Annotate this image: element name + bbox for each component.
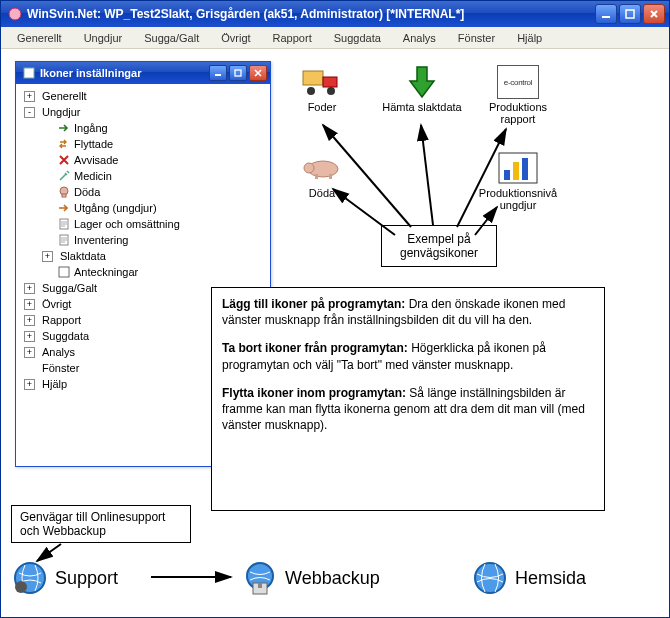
maximize-button[interactable] [619,4,641,24]
tree-expander[interactable]: + [24,283,35,294]
svg-rect-10 [59,267,69,277]
window-title: WinSvin.Net: WP_Test2Slakt, Grisgården (… [27,7,595,21]
tree-node[interactable]: Medicin [22,168,268,184]
tree-node[interactable]: Utgång (ungdjur) [22,200,268,216]
tree-node-label: Generellt [42,88,87,104]
shortcut-prodniva-l1: Produktionsnivå [463,187,573,199]
tree-expander[interactable]: + [24,315,35,326]
icon-settings-maximize[interactable] [229,65,247,81]
menu-sugga-galt[interactable]: Sugga/Galt [134,29,209,47]
svg-rect-4 [215,74,221,76]
menu-suggdata[interactable]: Suggdata [324,29,391,47]
svg-rect-18 [329,174,332,179]
tree-node-label: Ungdjur [42,104,81,120]
svg-point-13 [307,87,315,95]
hemsida-globe-icon [471,559,509,597]
tree-node-label: Övrigt [42,296,71,312]
tree-node-label: Ingång [74,120,108,136]
shortcut-foder-label: Foder [277,101,367,113]
bottom-support-label: Support [55,568,118,589]
shortcut-doda[interactable]: Döda [277,151,367,199]
menu-fonster[interactable]: Fönster [448,29,505,47]
svg-rect-11 [303,71,323,85]
icon-settings-minimize[interactable] [209,65,227,81]
tree-expander[interactable]: + [24,299,35,310]
callout-online-l1: Genvägar till Onlinesupport [20,510,182,524]
shortcut-doda-label: Döda [277,187,367,199]
bottom-webbackup[interactable]: Webbackup [241,559,380,597]
app-window: WinSvin.Net: WP_Test2Slakt, Grisgården (… [0,0,670,618]
svg-rect-22 [522,158,528,180]
shortcut-produktionsrapport[interactable]: e-control Produktions rapport [473,65,563,125]
tree-node[interactable]: Anteckningar [22,264,268,280]
tree-node[interactable]: Lager och omsättning [22,216,268,232]
content-area: t® ge Ikoner inställningar +Generellt-Un… [1,49,669,617]
tree-node-label: Inventering [74,232,128,248]
icon-settings-titlebar: Ikoner inställningar [16,62,270,84]
shortcut-hamta-label: Hämta slaktdata [377,101,467,113]
menu-generellt[interactable]: Generellt [7,29,72,47]
shortcut-foder[interactable]: Foder [277,65,367,113]
svg-point-24 [15,581,27,593]
menu-ungdjur[interactable]: Ungdjur [74,29,133,47]
tree-node-label: Suggdata [42,328,89,344]
menu-ovrigt[interactable]: Övrigt [211,29,260,47]
tree-node-label: Anteckningar [74,264,138,280]
svg-rect-27 [258,583,262,588]
tree-expander[interactable]: + [24,331,35,342]
tree-node-label: Hjälp [42,376,67,392]
icon-settings-close[interactable] [249,65,267,81]
shortcut-produktionsniva[interactable]: Produktionsnivå ungdjur [463,151,573,211]
tree-node[interactable]: +Generellt [22,88,268,104]
menu-rapport[interactable]: Rapport [263,29,322,47]
tree-expander[interactable]: + [42,251,53,262]
tree-node[interactable]: Avvisade [22,152,268,168]
help-p1-bold: Lägg till ikoner på programytan: [222,297,405,311]
minimize-button[interactable] [595,4,617,24]
tree-node-label: Döda [74,184,100,200]
tree-node[interactable]: -Ungdjur [22,104,268,120]
tree-node[interactable]: Döda [22,184,268,200]
app-icon [7,6,23,22]
callout-online-l2: och Webbackup [20,524,182,538]
shortcut-prodrapport-l2: rapport [473,113,563,125]
checkbox-icon [57,265,71,279]
tree-node-label: Medicin [74,168,112,184]
bottom-support[interactable]: Support [11,559,118,597]
tree-node[interactable]: Flyttade [22,136,268,152]
tree-expander[interactable]: + [24,91,35,102]
truck-icon [301,65,343,99]
econtrol-icon: e-control [497,65,539,99]
svg-point-16 [304,163,314,173]
menu-hjalp[interactable]: Hjälp [507,29,552,47]
callout-example-l1: Exempel på [392,232,486,246]
svg-rect-12 [323,77,337,87]
svg-rect-7 [62,194,66,197]
tree-node-label: Flyttade [74,136,113,152]
close-button[interactable] [643,4,665,24]
svg-rect-2 [626,10,634,18]
tree-expander[interactable]: - [24,107,35,118]
svg-rect-21 [513,162,519,180]
doc-icon [57,217,71,231]
svg-point-0 [9,8,21,20]
bottom-hemsida[interactable]: Hemsida [471,559,586,597]
tree-node[interactable]: Inventering [22,232,268,248]
tree-expander[interactable]: + [24,379,35,390]
tree-node[interactable]: +Slaktdata [22,248,268,264]
bottom-webbackup-label: Webbackup [285,568,380,589]
svg-rect-1 [602,16,610,18]
econtrol-label: e-control [497,65,539,99]
download-arrow-icon [401,65,443,99]
shortcut-prodrapport-l1: Produktions [473,101,563,113]
help-text-box: Lägg till ikoner på programytan: Dra den… [211,287,605,511]
tree-node-label: Utgång (ungdjur) [74,200,157,216]
tree-node-label: Sugga/Galt [42,280,97,296]
menu-analys[interactable]: Analys [393,29,446,47]
shortcut-hamta-slaktdata[interactable]: Hämta slaktdata [377,65,467,113]
reject-icon [57,153,71,167]
tree-expander[interactable]: + [24,347,35,358]
tree-node[interactable]: Ingång [22,120,268,136]
pig-icon [301,151,343,185]
svg-point-14 [327,87,335,95]
